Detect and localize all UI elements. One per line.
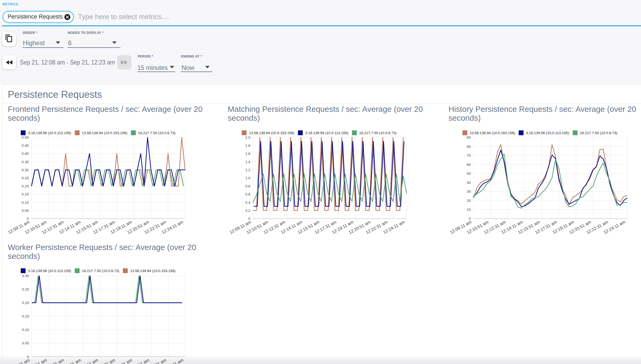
- svg-text:0.05: 0.05: [22, 341, 29, 345]
- svg-text:0.25: 0.25: [22, 287, 29, 291]
- svg-text:20: 20: [467, 198, 471, 202]
- svg-text:0.2: 0.2: [245, 208, 250, 212]
- svg-text:1.0: 1.0: [245, 176, 250, 180]
- svg-text:0.15: 0.15: [22, 192, 29, 196]
- svg-text:0.8: 0.8: [245, 184, 250, 188]
- svg-text:80: 80: [467, 144, 471, 148]
- svg-text:0.10: 0.10: [22, 328, 29, 332]
- svg-text:0.4: 0.4: [245, 200, 250, 204]
- svg-text:0.50: 0.50: [22, 135, 29, 140]
- svg-text:50: 50: [467, 172, 471, 176]
- svg-text:0.45: 0.45: [22, 144, 29, 148]
- svg-text:12:09:11 am: 12:09:11 am: [8, 358, 30, 364]
- svg-text:1.8: 1.8: [245, 144, 250, 148]
- svg-text:0.05: 0.05: [22, 208, 29, 212]
- svg-text:0.6: 0.6: [245, 192, 250, 196]
- svg-text:0.35: 0.35: [22, 160, 29, 164]
- svg-text:1.4: 1.4: [245, 160, 250, 164]
- svg-text:0.30: 0.30: [22, 274, 29, 278]
- svg-text:90: 90: [467, 135, 471, 140]
- svg-text:0.10: 0.10: [22, 200, 29, 204]
- svg-text:0.15: 0.15: [22, 314, 29, 318]
- svg-text:0.40: 0.40: [22, 152, 29, 156]
- svg-text:0.20: 0.20: [22, 301, 29, 305]
- svg-text:70: 70: [467, 154, 471, 158]
- svg-text:60: 60: [467, 162, 471, 166]
- svg-text:0.30: 0.30: [22, 168, 29, 172]
- svg-text:10: 10: [467, 208, 471, 212]
- svg-text:40: 40: [467, 180, 471, 184]
- svg-text:1.2: 1.2: [245, 168, 250, 172]
- svg-text:2.0: 2.0: [245, 135, 250, 140]
- svg-text:1.6: 1.6: [245, 152, 250, 156]
- svg-text:0.25: 0.25: [22, 176, 29, 180]
- svg-text:30: 30: [467, 190, 471, 194]
- svg-text:0.20: 0.20: [22, 184, 29, 188]
